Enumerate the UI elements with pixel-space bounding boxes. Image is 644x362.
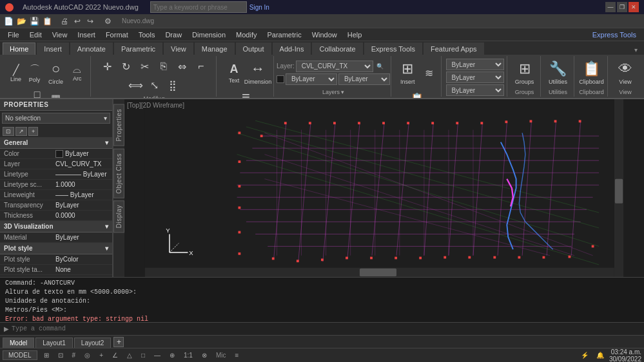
arc-tool[interactable]: ⌓ Arc [68, 64, 86, 82]
tab-home[interactable]: Home [3, 43, 35, 55]
otrack-btn[interactable]: ∠ [110, 350, 121, 360]
bylw-select[interactable]: ByLayer [446, 84, 504, 96]
dyn-btn[interactable]: □ [139, 350, 148, 360]
menu-window[interactable]: Window [307, 30, 342, 40]
search-input[interactable] [150, 1, 247, 13]
menu-file[interactable]: File [3, 30, 24, 40]
tab-featuredapps[interactable]: Featured Apps [424, 43, 484, 55]
scale-tool[interactable]: ⤡ [145, 76, 163, 94]
selection-dropdown[interactable]: No selection ▾ [2, 113, 110, 124]
redo-button[interactable]: ↪ [84, 15, 96, 27]
object-class-side-tab[interactable]: Object Class [113, 149, 124, 198]
ortho-btn[interactable]: # [70, 350, 79, 360]
menu-edit[interactable]: Edit [24, 30, 47, 40]
menu-draw[interactable]: Draw [160, 30, 187, 40]
layer-search-btn[interactable]: 🔍 [375, 61, 386, 72]
layer-dropdown[interactable]: CVL_CURV_TX [296, 61, 373, 72]
hardware-btn[interactable]: ⚡ [578, 350, 591, 360]
customization-btn[interactable]: ≡ [232, 350, 241, 360]
line-tool[interactable]: ╱ Line [7, 64, 25, 82]
groups-btn[interactable]: ⊞ Groups [513, 57, 536, 88]
tab-model[interactable]: Model [3, 338, 34, 348]
quick-select-btn[interactable]: ⊡ [3, 127, 14, 136]
bylinetype-select[interactable]: ByLayer [446, 71, 504, 83]
tab-collaborate[interactable]: Collaborate [312, 43, 362, 55]
restore-button[interactable]: ❐ [617, 2, 627, 12]
lw-btn[interactable]: — [151, 350, 163, 360]
rotate-tool[interactable]: ↻ [117, 57, 135, 75]
stretch-tool[interactable]: ⟺ [126, 76, 144, 94]
color-swatch[interactable] [277, 75, 284, 83]
tab-manage[interactable]: Manage [195, 43, 235, 55]
clipboard-btn[interactable]: 📋 Clipboard [580, 57, 603, 88]
display-side-tab[interactable]: Display [113, 200, 124, 233]
menu-help[interactable]: Help [342, 30, 367, 40]
tab-annotate[interactable]: Annotate [70, 43, 113, 55]
menu-format[interactable]: Format [101, 30, 133, 40]
3dviz-section-header[interactable]: 3D Visualization ▾ [0, 221, 112, 233]
mirror-tool[interactable]: ⇔ [173, 57, 191, 75]
menu-dimension[interactable]: Dimension [187, 30, 231, 40]
view-btn[interactable]: 👁 View [614, 57, 637, 88]
linetype-dropdown[interactable]: ByLayer [338, 73, 390, 85]
tab-layout1[interactable]: Layout1 [35, 338, 73, 348]
minimize-button[interactable]: — [605, 2, 616, 12]
properties-btn[interactable]: 📋 [408, 89, 426, 98]
osnap-btn[interactable]: + [97, 350, 106, 360]
menu-express[interactable]: Express Tools [587, 30, 641, 40]
tab-addins[interactable]: Add-Ins [273, 43, 311, 55]
viewport[interactable]: [Top][2D Wireframe] [124, 99, 644, 277]
plot-button[interactable]: 🖨 [59, 15, 70, 27]
layer-properties-button[interactable]: ≡ LayerProperties [234, 89, 257, 98]
model-space-btn[interactable]: MODEL [3, 350, 37, 360]
ducs-btn[interactable]: △ [124, 350, 135, 360]
sc-btn[interactable]: 1:1 [181, 350, 195, 360]
mic-label[interactable]: Mic [213, 350, 229, 360]
dimension-tool[interactable]: ↔ Dimension [246, 57, 269, 88]
match-properties-btn[interactable]: ≋ [420, 64, 438, 82]
bycolor-select[interactable]: ByLayer [446, 59, 504, 70]
workspace-button[interactable]: ⚙ [102, 15, 113, 27]
notification-btn[interactable]: 🔔 [594, 350, 607, 360]
snap-btn[interactable]: ⊡ [55, 350, 66, 360]
menu-view[interactable]: View [47, 30, 73, 40]
tab-parametric[interactable]: Parametric [114, 43, 162, 55]
tab-layout2[interactable]: Layout2 [74, 338, 112, 348]
tab-expresstools[interactable]: Express Tools [364, 43, 422, 55]
menu-insert[interactable]: Insert [72, 30, 101, 40]
color-dropdown[interactable]: ByLayer [286, 73, 337, 85]
array-tool[interactable]: ⣿ [164, 76, 182, 94]
tab-output[interactable]: Output [236, 43, 271, 55]
properties-side-tab[interactable]: Properties [113, 104, 124, 146]
save-as-button[interactable]: 📋 [41, 15, 53, 27]
utilities-btn[interactable]: 🔧 Utilities [547, 57, 570, 88]
menu-parametric[interactable]: Parametric [262, 30, 306, 40]
ribbon-collapse[interactable]: ▾ [630, 45, 641, 55]
new-button[interactable]: 📄 [3, 15, 14, 27]
hatch-tool[interactable]: ▦ [47, 89, 65, 98]
select-obj-btn[interactable]: ↗ [15, 127, 27, 136]
tmodel-btn[interactable]: ⊕ [167, 350, 177, 360]
polar-btn[interactable]: ◎ [82, 350, 93, 360]
insert-block-btn[interactable]: ⊞ Insert [396, 57, 419, 88]
copy-tool[interactable]: ⎘ [155, 57, 173, 75]
plotstyle-section-header[interactable]: Plot style ▾ [0, 243, 112, 254]
annoscale-btn[interactable]: ⊗ [199, 350, 210, 360]
grid-btn[interactable]: ⊞ [41, 350, 52, 360]
add-layout-button[interactable]: + [113, 337, 124, 347]
save-button[interactable]: 💾 [28, 15, 40, 27]
move-tool[interactable]: ✛ [99, 57, 117, 75]
open-button[interactable]: 📂 [15, 15, 27, 27]
fillet-tool[interactable]: ⌐ [192, 57, 210, 75]
sign-in-btn[interactable]: Sign In [249, 4, 269, 11]
trim-tool[interactable]: ✂ [136, 57, 154, 75]
tab-view[interactable]: View [164, 43, 193, 55]
close-button[interactable]: ✕ [629, 2, 639, 12]
rect-tool[interactable]: □ Rect [28, 89, 46, 98]
menu-modify[interactable]: Modify [231, 30, 262, 40]
general-section-header[interactable]: General ▾ [0, 137, 112, 149]
polyline-tool[interactable]: ⌒ Poly [26, 64, 44, 82]
command-input[interactable] [12, 325, 640, 332]
undo-button[interactable]: ↩ [72, 15, 83, 27]
toggle-pickadd-btn[interactable]: + [28, 127, 38, 136]
